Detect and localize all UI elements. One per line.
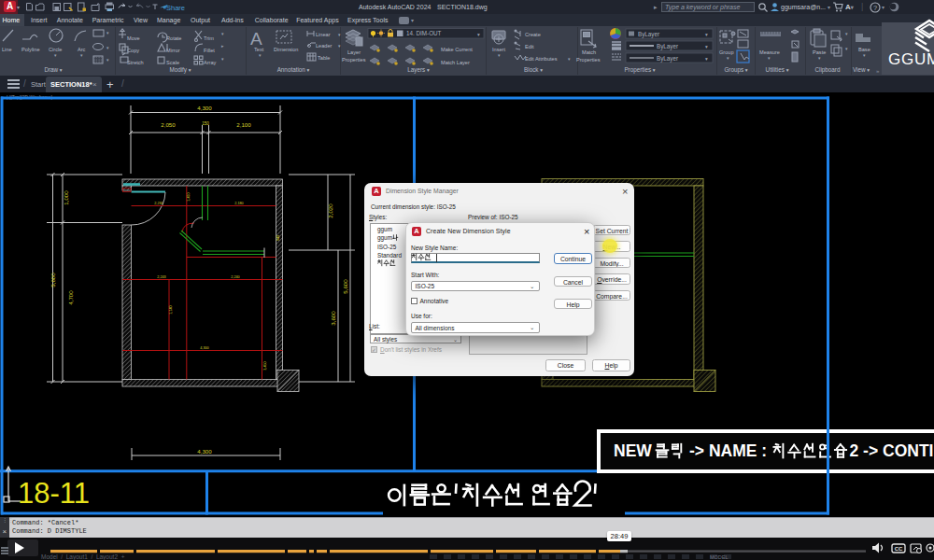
- svg-text:CC: CC: [895, 546, 903, 552]
- svg-text:MODEL: MODEL: [710, 554, 729, 560]
- svg-text:-> NAME :: -> NAME :: [689, 441, 767, 460]
- svg-text:NEW: NEW: [614, 441, 652, 460]
- svg-text:2 -> CONTINUE: 2 -> CONTINUE: [850, 441, 934, 460]
